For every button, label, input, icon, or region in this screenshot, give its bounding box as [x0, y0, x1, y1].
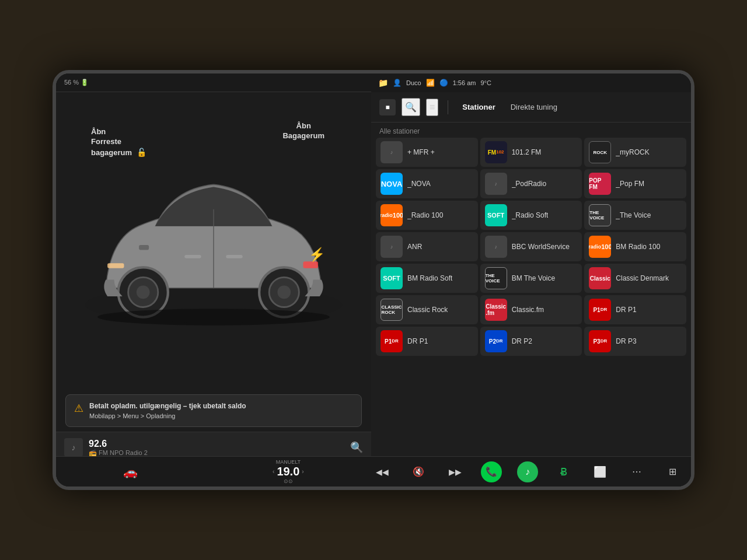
temp-right-arrow[interactable]: ›: [302, 468, 303, 475]
charging-bolt: ⚡: [309, 246, 326, 262]
spotify-button[interactable]: ♪: [517, 461, 538, 482]
svg-point-4: [137, 286, 150, 299]
now-playing-icon: ♪: [64, 438, 83, 457]
station-drp2[interactable]: P2DR DR P2: [480, 327, 582, 356]
stations-row-7: P1DR DR P1 P2DR DR P2 P3DR DR P3: [376, 327, 686, 356]
station-name-classicfm: Classic.fm: [512, 306, 544, 314]
now-playing-text: 92.6 📻 FM NPO Radio 2: [89, 439, 344, 457]
station-name-101fm: 101.2 FM: [512, 148, 542, 156]
station-logo-bbc: ♪: [485, 236, 507, 258]
station-logo-classicfm: Classic.fm: [485, 299, 507, 321]
bluetooth-button[interactable]: Ƀ: [553, 461, 574, 482]
svg-point-13: [97, 309, 330, 325]
rear-trunk-label[interactable]: Åbn Bagagerum: [282, 121, 324, 141]
prev-track-icon[interactable]: ◀◀: [372, 461, 393, 482]
tab-direkte[interactable]: Direkte tuning: [506, 100, 562, 114]
station-logo-drp1-b: P1DR: [589, 299, 611, 321]
station-logo-classicdk: Classic: [589, 267, 611, 289]
taskbar-left: 🚗 Manuelt ‹ 19.0 › ⊙⊙: [56, 456, 371, 487]
station-nova[interactable]: NOVA _NOVA: [376, 169, 478, 198]
station-logo-popfm: POP FM: [589, 173, 611, 195]
station-logo-radiosoft: SOFT: [485, 204, 507, 226]
station-name-anr: ANR: [407, 243, 422, 251]
stations-row-5: SOFT BM Radio Soft THE VOICE BM The Voic…: [376, 264, 686, 293]
apps-button[interactable]: ⋯: [626, 461, 647, 482]
stations-row-1: ♪ + MFR + FM102 101.2 FM ROCK _myROCK: [376, 138, 686, 167]
station-bmsoft[interactable]: SOFT BM Radio Soft: [376, 264, 478, 293]
station-logo-myrock: ROCK: [589, 141, 611, 163]
station-mfr[interactable]: ♪ + MFR +: [376, 138, 478, 167]
station-podradio[interactable]: ♪ _PodRadio: [480, 169, 582, 198]
station-logo-bmvoice: THE VOICE: [485, 267, 507, 289]
search-button[interactable]: 🔍: [402, 98, 420, 116]
station-name-podradio: _PodRadio: [512, 180, 546, 188]
station-name-radio100: _Radio 100: [407, 211, 443, 219]
temp-display: 9°C: [480, 79, 491, 86]
station-classicdk[interactable]: Classic Classic Denmark: [584, 264, 686, 293]
station-bmvoice[interactable]: THE VOICE BM The Voice: [480, 264, 582, 293]
stations-row-4: ♪ ANR ♪ BBC WorldService radio100 BM Rad…: [376, 232, 686, 261]
front-trunk-label[interactable]: Åbn Forreste bagagerum 🔓: [91, 127, 146, 158]
lock-icon: 🔓: [137, 147, 146, 158]
station-logo-radio100: radio100: [381, 204, 403, 226]
stations-row-6: CLASSICROCK Classic Rock Classic.fm Clas…: [376, 295, 686, 324]
tab-stationer[interactable]: Stationer: [458, 100, 500, 114]
search-station-button[interactable]: 🔍: [350, 441, 363, 454]
station-name-drp1-b: DR P1: [616, 306, 636, 314]
filter-button[interactable]: ≡: [426, 99, 438, 116]
temp-left-arrow[interactable]: ‹: [273, 468, 274, 475]
station-drp3[interactable]: P3DR DR P3: [584, 327, 686, 356]
wifi-icon: 📶: [426, 79, 435, 87]
station-drp1[interactable]: P1DR DR P1: [376, 327, 478, 356]
station-myrock[interactable]: ROCK _myROCK: [584, 138, 686, 167]
svg-rect-9: [303, 261, 318, 268]
taskbar-right: ◀◀ 🔇 ▶▶ 📞 ♪ Ƀ ⬜ ⋯ ⊞: [364, 456, 691, 487]
station-101fm[interactable]: FM102 101.2 FM: [480, 138, 582, 167]
station-name-classicrock: Classic Rock: [407, 306, 448, 314]
stations-row-3: radio100 _Radio 100 SOFT _Radio Soft THE…: [376, 201, 686, 230]
station-drp1-b[interactable]: P1DR DR P1: [584, 295, 686, 324]
svg-rect-12: [226, 255, 242, 258]
screen-button[interactable]: ⬜: [589, 461, 610, 482]
car-area: Åbn Forreste bagagerum 🔓 Åbn Bagagerum: [56, 92, 371, 390]
station-logo-nova: NOVA: [381, 173, 403, 195]
station-name-nova: _NOVA: [407, 180, 431, 188]
tesla-screen: 56 % 🔋 Åbn Forreste bagagerum 🔓 Åbn Baga…: [53, 70, 694, 490]
stations-row-2: NOVA _NOVA ♪ _PodRadio POP FM _Pop FM: [376, 169, 686, 198]
station-name-bmradio100: BM Radio 100: [616, 243, 660, 251]
svg-point-7: [277, 286, 291, 299]
phone-button[interactable]: 📞: [481, 461, 502, 482]
station-logo-mfr: ♪: [381, 141, 403, 163]
volume-icon[interactable]: 🔇: [408, 461, 429, 482]
svg-rect-11: [184, 255, 201, 258]
radio-square-icon[interactable]: ■: [379, 99, 396, 116]
station-name-drp3: DR P3: [616, 337, 636, 345]
station-bbc[interactable]: ♪ BBC WorldService: [480, 232, 582, 261]
station-thevoice[interactable]: THE VOICE _The Voice: [584, 201, 686, 230]
station-radiosoft[interactable]: SOFT _Radio Soft: [480, 201, 582, 230]
stations-grid: ♪ + MFR + FM102 101.2 FM ROCK _myROCK: [371, 138, 691, 487]
station-radio100[interactable]: radio100 _Radio 100: [376, 201, 478, 230]
grid-button[interactable]: ⊞: [662, 461, 683, 482]
warning-text: Betalt opladm. utilgængelig – tjek ubeta…: [89, 401, 246, 421]
station-logo-classicrock: CLASSICROCK: [381, 299, 403, 321]
station-name-bmvoice: BM The Voice: [512, 274, 555, 282]
left-status: 56 % 🔋: [64, 79, 89, 86]
left-panel: 56 % 🔋 Åbn Forreste bagagerum 🔓 Åbn Baga…: [56, 74, 371, 487]
car-icon-button[interactable]: 🚗: [123, 465, 138, 479]
station-anr[interactable]: ♪ ANR: [376, 232, 478, 261]
station-name-myrock: _myROCK: [616, 148, 649, 156]
main-layout: 56 % 🔋 Åbn Forreste bagagerum 🔓 Åbn Baga…: [56, 74, 691, 487]
station-bmradio100[interactable]: radio100 BM Radio 100: [584, 232, 686, 261]
temperature-control[interactable]: Manuelt ‹ 19.0 › ⊙⊙: [273, 459, 304, 484]
station-popfm[interactable]: POP FM _Pop FM: [584, 169, 686, 198]
station-name-thevoice: _The Voice: [616, 211, 651, 219]
station-logo-drp2: P2DR: [485, 330, 507, 352]
next-track-icon[interactable]: ▶▶: [445, 461, 466, 482]
station-logo-podradio: ♪: [485, 173, 507, 195]
station-classicrock[interactable]: CLASSICROCK Classic Rock: [376, 295, 478, 324]
station-classicfm[interactable]: Classic.fm Classic.fm: [480, 295, 582, 324]
status-bar: 📁 👤 Duco 📶 🔵 1:56 am 9°C: [371, 74, 691, 92]
station-logo-bmradio100: radio100: [589, 236, 611, 258]
station-logo-drp1: P1DR: [381, 330, 403, 352]
